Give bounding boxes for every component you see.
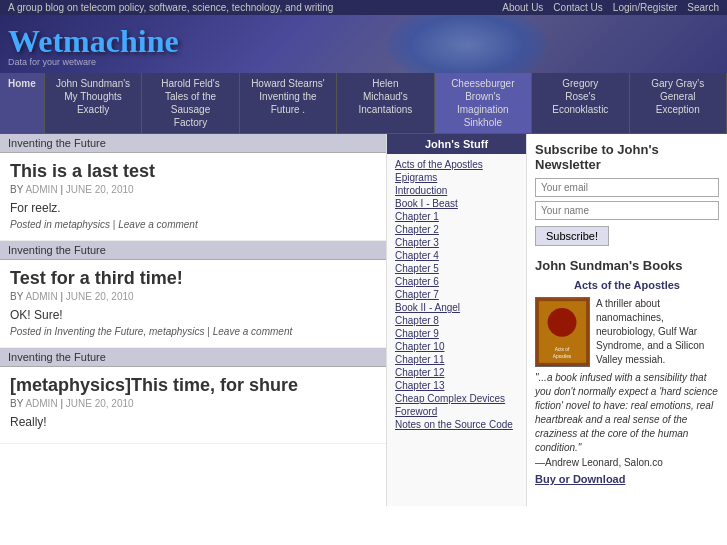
link-ch11[interactable]: Chapter 11 (387, 353, 526, 366)
section-header-3: Inventing the Future (0, 348, 386, 367)
post-3-meta: By ADMIN | JUNE 20, 2010 (10, 398, 376, 409)
name-input[interactable] (535, 201, 719, 220)
site-tagline: Data for your wetware (8, 57, 96, 67)
post-2-footer: Posted in Inventing the Future, metaphys… (10, 326, 376, 337)
books-title: John Sundman's Books (535, 258, 719, 273)
nav-john[interactable]: John Sundman'sMy ThoughtsExactly (45, 73, 142, 133)
login-link[interactable]: Login/Register (613, 2, 677, 13)
section-header-1: Inventing the Future (0, 134, 386, 153)
link-ch3[interactable]: Chapter 3 (387, 236, 526, 249)
book-subtitle[interactable]: Acts of the Apostles (535, 279, 719, 291)
link-foreword[interactable]: Foreword (387, 405, 526, 418)
nav-gary[interactable]: Gary Gray'sGeneralException (630, 73, 727, 133)
newsletter-section: Subscribe to John's Newsletter Subscribe… (535, 142, 719, 246)
book-detail: Acts of Apostles A thriller about nanoma… (535, 297, 719, 486)
site-title[interactable]: Wetmachine (8, 23, 179, 60)
main-layout: Inventing the Future This is a last test… (0, 134, 727, 506)
link-ch7[interactable]: Chapter 7 (387, 288, 526, 301)
link-ch5[interactable]: Chapter 5 (387, 262, 526, 275)
post-3-content: Really! (10, 415, 376, 429)
link-acts[interactable]: Acts of the Apostles (387, 158, 526, 171)
brain-decoration (387, 15, 547, 73)
nav-howard[interactable]: Howard Stearns'Inventing theFuture . (240, 73, 337, 133)
link-ch10[interactable]: Chapter 10 (387, 340, 526, 353)
link-epigrams[interactable]: Epigrams (387, 171, 526, 184)
johns-links: Acts of the Apostles Epigrams Introducti… (387, 154, 526, 435)
book-cover-image: Acts of Apostles (535, 297, 590, 367)
top-bar-tagline: A group blog on telecom policy, software… (8, 2, 333, 13)
middle-column: John's Stuff Acts of the Apostles Epigra… (387, 134, 527, 506)
post-2: Test for a third time! By ADMIN | JUNE 2… (0, 260, 386, 348)
link-book2[interactable]: Book II - Angel (387, 301, 526, 314)
main-nav: Home John Sundman'sMy ThoughtsExactly Ha… (0, 73, 727, 134)
book-quote: "...a book infused with a sensibility th… (535, 371, 719, 455)
link-cheap[interactable]: Cheap Complex Devices (387, 392, 526, 405)
books-section: John Sundman's Books Acts of the Apostle… (535, 258, 719, 486)
content-area: Inventing the Future This is a last test… (0, 134, 387, 506)
buy-link[interactable]: Buy or Download (535, 473, 625, 485)
nav-home[interactable]: Home (0, 73, 45, 133)
post-2-cat-1[interactable]: Inventing the Future (54, 326, 143, 337)
post-1-title[interactable]: This is a last test (10, 161, 376, 182)
link-ch8[interactable]: Chapter 8 (387, 314, 526, 327)
link-ch12[interactable]: Chapter 12 (387, 366, 526, 379)
post-1-meta: By ADMIN | JUNE 20, 2010 (10, 184, 376, 195)
link-intro[interactable]: Introduction (387, 184, 526, 197)
svg-text:Acts of: Acts of (555, 347, 570, 352)
post-1-category[interactable]: metaphysics (54, 219, 110, 230)
post-2-meta: By ADMIN | JUNE 20, 2010 (10, 291, 376, 302)
post-1-footer: Posted in metaphysics | Leave a comment (10, 219, 376, 230)
search-link[interactable]: Search (687, 2, 719, 13)
post-1-content: For reelz. (10, 201, 376, 215)
section-header-2: Inventing the Future (0, 241, 386, 260)
post-2-title[interactable]: Test for a third time! (10, 268, 376, 289)
top-bar-links: About Us Contact Us Login/Register Searc… (502, 2, 719, 13)
nav-cheese[interactable]: CheeseburgerBrown'sImaginationSinkhole (435, 73, 532, 133)
subscribe-button[interactable]: Subscribe! (535, 226, 609, 246)
book-attribution: —Andrew Leonard, Salon.co (535, 457, 719, 468)
post-1: This is a last test By ADMIN | JUNE 20, … (0, 153, 386, 241)
post-3: [metaphysics]This time, for shure By ADM… (0, 367, 386, 444)
link-ch1[interactable]: Chapter 1 (387, 210, 526, 223)
link-ch4[interactable]: Chapter 4 (387, 249, 526, 262)
link-notes[interactable]: Notes on the Source Code (387, 418, 526, 431)
email-input[interactable] (535, 178, 719, 197)
post-3-title[interactable]: [metaphysics]This time, for shure (10, 375, 376, 396)
nav-harold[interactable]: Harold Feld'sTales of the SausageFactory (142, 73, 239, 133)
right-sidebar: Subscribe to John's Newsletter Subscribe… (527, 134, 727, 506)
top-bar: A group blog on telecom policy, software… (0, 0, 727, 15)
book-description: A thriller about nanomachines, neurobiol… (596, 297, 719, 367)
johns-stuff-header: John's Stuff (387, 134, 526, 154)
link-book1[interactable]: Book I - Beast (387, 197, 526, 210)
site-header: Wetmachine Data for your wetware (0, 15, 727, 73)
post-1-comment-link[interactable]: Leave a comment (118, 219, 198, 230)
post-2-content: OK! Sure! (10, 308, 376, 322)
link-ch2[interactable]: Chapter 2 (387, 223, 526, 236)
link-ch6[interactable]: Chapter 6 (387, 275, 526, 288)
post-2-comment-link[interactable]: Leave a comment (213, 326, 293, 337)
link-ch9[interactable]: Chapter 9 (387, 327, 526, 340)
nav-helen[interactable]: HelenMichaud'sIncantations (337, 73, 434, 133)
svg-point-2 (548, 308, 577, 337)
newsletter-title: Subscribe to John's Newsletter (535, 142, 719, 172)
nav-gregory[interactable]: GregoryRose'sEconoklastic (532, 73, 629, 133)
link-ch13[interactable]: Chapter 13 (387, 379, 526, 392)
contact-link[interactable]: Contact Us (553, 2, 602, 13)
post-2-cat-2[interactable]: metaphysics (149, 326, 205, 337)
about-link[interactable]: About Us (502, 2, 543, 13)
svg-text:Apostles: Apostles (553, 354, 572, 359)
